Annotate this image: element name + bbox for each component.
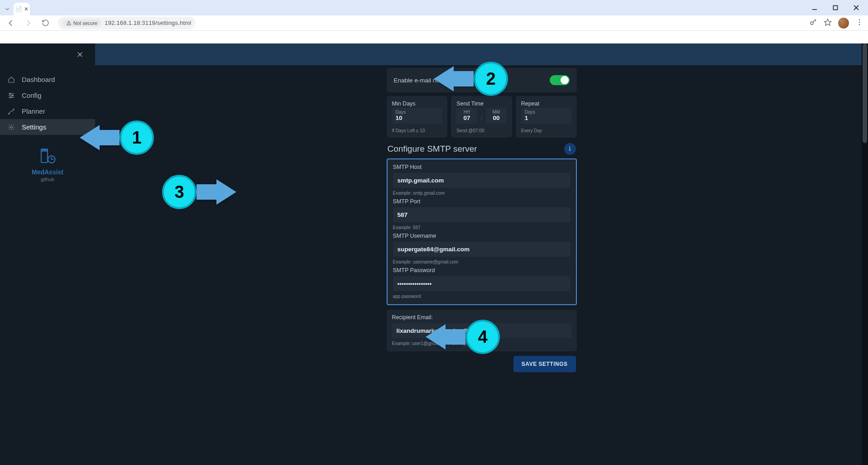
browser-toolbar: Not secure 192.168.1.18:3119/settings.ht… — [0, 15, 868, 31]
enable-notifications-toggle[interactable] — [550, 75, 570, 85]
smtp-info-button[interactable]: i — [564, 143, 576, 155]
field-hint: Every Day — [521, 128, 571, 133]
repeat-panel: Repeat Days 1 Every Day — [516, 96, 577, 138]
svg-point-5 — [69, 24, 69, 24]
field-title: Send Time — [456, 101, 507, 107]
nav-reload-button[interactable] — [39, 17, 52, 29]
enable-notifications-panel: Enable e-mail notifications — [387, 68, 577, 92]
unit-label: Days — [525, 110, 568, 115]
bookmark-star-icon[interactable] — [824, 18, 832, 28]
field-label: Recipient Email: — [392, 314, 571, 321]
scrollbar-thumb[interactable] — [863, 43, 867, 143]
recipient-email-input[interactable] — [392, 323, 571, 338]
send-time-mm: 00 — [489, 115, 503, 121]
security-chip[interactable]: Not secure — [62, 19, 101, 27]
unit-label: Days — [396, 110, 439, 115]
smtp-host-input[interactable] — [393, 173, 571, 188]
svg-point-6 — [810, 22, 813, 24]
tab-close-icon[interactable]: ✕ — [24, 6, 29, 12]
smtp-username-input[interactable] — [393, 242, 571, 257]
brand-name: MedAssist — [32, 168, 63, 176]
field-hint: If Days Left ≤ 10 — [392, 128, 442, 133]
security-label: Not secure — [73, 20, 97, 26]
svg-rect-19 — [41, 150, 48, 163]
field-hint: Example: 587 — [393, 225, 571, 230]
field-title: Repeat — [521, 101, 571, 107]
field-hint: Example: smtp.gmail.com — [393, 191, 571, 196]
window-close-button[interactable] — [850, 1, 863, 14]
brand-block[interactable]: MedAssist github — [0, 147, 95, 182]
browser-title-bar: 📄 ✕ — [0, 0, 868, 15]
sidebar-item-dashboard[interactable]: Dashboard — [0, 72, 95, 87]
smtp-section-header: Configure SMTP server i — [388, 143, 576, 155]
smtp-port-input[interactable] — [393, 207, 571, 222]
toggle-label: Enable e-mail notifications — [394, 77, 465, 84]
nav-forward-button[interactable] — [22, 17, 34, 29]
route-icon — [7, 108, 15, 115]
send-time-hh: 07 — [460, 115, 474, 121]
svg-point-9 — [859, 21, 860, 22]
window-maximize-button[interactable] — [829, 1, 842, 14]
browser-tab[interactable]: 📄 ✕ — [14, 3, 30, 15]
home-icon — [7, 76, 15, 83]
min-days-panel: Min Days Days 10 If Days Left ≤ 10 — [387, 96, 448, 138]
repeat-input[interactable]: Days 1 — [521, 108, 571, 124]
repeat-value: 1 — [525, 115, 568, 121]
field-hint: Example: username@gmail.com — [393, 259, 571, 264]
send-time-mm-input[interactable]: MM 00 — [486, 108, 507, 124]
warning-icon — [66, 20, 72, 26]
smtp-config-box: SMTP Host Example: smtp.gmail.com SMTP P… — [387, 158, 577, 305]
svg-point-10 — [859, 24, 860, 25]
send-time-hh-input[interactable]: HH 07 — [456, 108, 477, 124]
field-hint: app password — [393, 294, 571, 299]
field-label: SMTP Password — [393, 267, 571, 273]
sidebar-item-label: Dashboard — [22, 76, 55, 83]
field-label: SMTP Port — [393, 198, 571, 205]
browser-menu-icon[interactable] — [855, 18, 863, 28]
sidebar-item-label: Config — [22, 91, 41, 99]
gear-icon — [7, 124, 15, 131]
svg-rect-1 — [834, 6, 838, 10]
nav-back-button[interactable] — [5, 17, 17, 29]
min-days-value: 10 — [396, 115, 439, 121]
brand-subtitle: github — [41, 177, 54, 182]
section-title: Configure SMTP server — [388, 144, 477, 154]
svg-point-18 — [10, 126, 12, 128]
vertical-scrollbar[interactable] — [862, 43, 868, 465]
app-header-bar — [95, 43, 862, 65]
sidebar-item-planner[interactable]: Planner — [0, 103, 95, 119]
sidebar-item-config[interactable]: Config — [0, 87, 95, 103]
min-days-input[interactable]: Days 10 — [392, 108, 442, 124]
schedule-row: Min Days Days 10 If Days Left ≤ 10 Send … — [387, 96, 577, 138]
sidebar: ✕ Dashboard Config Planner Settings — [0, 43, 95, 465]
hh-label: HH — [460, 110, 474, 115]
tab-favicon-icon: 📄 — [15, 6, 22, 12]
field-hint: Example: user1@gmail.com, user2@gmail.co… — [392, 341, 571, 346]
address-bar[interactable]: Not secure 192.168.1.18:3119/settings.ht… — [58, 17, 196, 29]
profile-avatar[interactable] — [838, 18, 849, 29]
field-hint: Send @07:00 — [456, 128, 507, 133]
svg-point-8 — [859, 19, 860, 20]
main-content: Enable e-mail notifications Min Days Day… — [95, 43, 868, 465]
recipient-panel: Recipient Email: Example: user1@gmail.co… — [387, 310, 577, 351]
sidebar-item-label: Planner — [22, 107, 45, 115]
mm-label: MM — [489, 110, 503, 115]
window-minimize-button[interactable] — [808, 1, 821, 14]
tab-list-dropdown[interactable] — [2, 4, 13, 14]
app-viewport: ✕ Dashboard Config Planner Settings — [0, 43, 868, 465]
svg-marker-7 — [825, 19, 831, 25]
sliders-icon — [7, 92, 15, 99]
field-title: Min Days — [392, 101, 442, 107]
sidebar-close-icon[interactable]: ✕ — [77, 50, 83, 60]
time-colon: : — [481, 110, 482, 121]
sidebar-item-settings[interactable]: Settings — [0, 119, 95, 135]
field-label: SMTP Host — [393, 164, 571, 170]
field-label: SMTP Username — [393, 233, 571, 239]
smtp-password-input[interactable] — [393, 276, 571, 291]
password-key-icon[interactable] — [809, 18, 817, 28]
save-settings-button[interactable]: SAVE SETTINGS — [513, 356, 576, 372]
send-time-panel: Send Time HH 07 : MM 00 Send @07:00 — [451, 96, 512, 138]
url-text: 192.168.1.18:3119/settings.html — [105, 19, 191, 26]
brand-logo-icon — [38, 147, 57, 166]
blank-strip — [0, 31, 868, 43]
